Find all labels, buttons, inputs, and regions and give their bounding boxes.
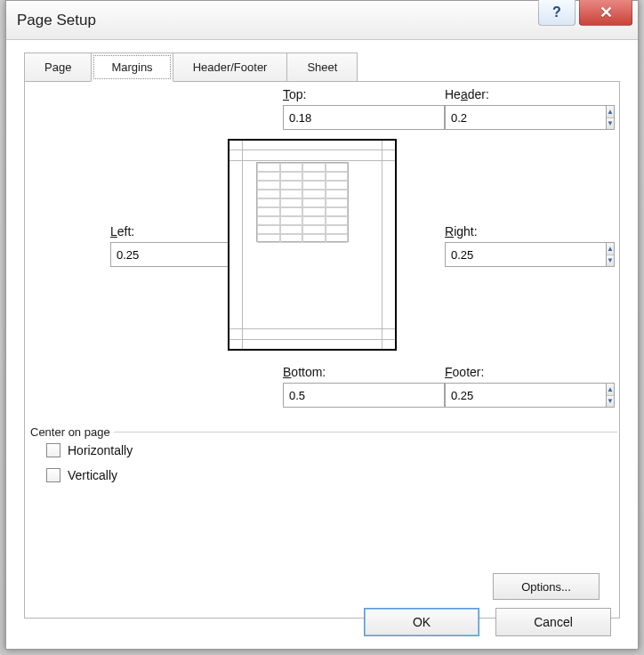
preview-bottom-margin-line xyxy=(229,328,395,329)
input-header[interactable] xyxy=(445,105,606,130)
field-left: Left: ▲ ▼ xyxy=(110,224,235,267)
preview-right-margin-line xyxy=(382,141,382,349)
label-left: Left: xyxy=(110,224,235,239)
preview-header-line xyxy=(229,150,395,150)
label-bottom: Bottom: xyxy=(283,365,407,379)
preview-footer-line xyxy=(229,339,395,340)
close-button[interactable]: ✕ xyxy=(579,0,632,26)
spin-down-footer[interactable]: ▼ xyxy=(607,396,614,408)
options-button[interactable]: Options... xyxy=(493,573,600,600)
tab-header-footer[interactable]: Header/Footer xyxy=(173,53,288,82)
label-top: Top: xyxy=(283,87,407,101)
field-bottom: Bottom: ▲ ▼ xyxy=(283,365,407,408)
legend-divider xyxy=(27,432,617,433)
label-right: Right: xyxy=(445,224,569,239)
spin-down-right[interactable]: ▼ xyxy=(607,255,614,267)
preview-left-margin-line xyxy=(242,141,243,349)
spin-up-header[interactable]: ▲ xyxy=(607,106,614,118)
center-legend: Center on page xyxy=(27,425,114,439)
spin-down-header[interactable]: ▼ xyxy=(607,118,614,130)
ok-button[interactable]: OK xyxy=(364,608,479,636)
spin-buttons-header: ▲ ▼ xyxy=(606,105,615,130)
checkbox-vertically[interactable] xyxy=(46,468,60,482)
dialog-buttons: OK Cancel xyxy=(364,608,611,636)
checkbox-horizontally[interactable] xyxy=(46,443,60,457)
spin-buttons-right: ▲ ▼ xyxy=(606,242,615,267)
input-footer[interactable] xyxy=(445,383,606,408)
label-footer: Footer: xyxy=(445,365,569,379)
spin-up-footer[interactable]: ▲ xyxy=(607,384,614,396)
spinner-footer: ▲ ▼ xyxy=(445,383,525,408)
input-bottom[interactable] xyxy=(283,383,444,408)
cancel-button[interactable]: Cancel xyxy=(495,608,611,636)
spinner-left: ▲ ▼ xyxy=(110,242,190,267)
tab-strip: Page Margins Header/Footer Sheet xyxy=(6,40,638,82)
checkbox-horizontally-row[interactable]: Horizontally xyxy=(46,443,617,457)
center-on-page-group: Center on page Horizontally Vertically xyxy=(27,425,617,482)
field-right: Right: ▲ ▼ xyxy=(445,224,569,267)
margins-panel: Top: ▲ ▼ Header: ▲ ▼ Left: xyxy=(24,81,620,619)
spinner-bottom: ▲ ▼ xyxy=(283,383,363,408)
spin-buttons-footer: ▲ ▼ xyxy=(606,383,615,408)
spinner-header: ▲ ▼ xyxy=(445,105,525,130)
spinner-right: ▲ ▼ xyxy=(445,242,525,267)
window-title: Page Setup xyxy=(17,12,96,29)
tab-sheet[interactable]: Sheet xyxy=(286,53,358,82)
field-header: Header: ▲ ▼ xyxy=(445,87,569,130)
titlebar: Page Setup ? ✕ xyxy=(6,1,638,40)
field-footer: Footer: ▲ ▼ xyxy=(445,365,569,408)
input-top[interactable] xyxy=(283,105,444,130)
preview-top-margin-line xyxy=(229,160,395,161)
spinner-top: ▲ ▼ xyxy=(283,105,363,130)
checkbox-vertically-row[interactable]: Vertically xyxy=(46,468,617,482)
help-button[interactable]: ? xyxy=(538,0,576,26)
preview-content-grid xyxy=(256,162,349,242)
close-icon: ✕ xyxy=(600,3,613,22)
tab-margins[interactable]: Margins xyxy=(91,53,173,82)
tab-page[interactable]: Page xyxy=(24,53,92,82)
label-header: Header: xyxy=(445,87,569,101)
checkbox-horizontally-label: Horizontally xyxy=(68,443,133,457)
page-setup-dialog: Page Setup ? ✕ Page Margins Header/Foote… xyxy=(5,0,639,650)
checkbox-vertically-label: Vertically xyxy=(68,468,117,482)
spin-up-right[interactable]: ▲ xyxy=(607,243,614,255)
help-icon: ? xyxy=(552,4,561,20)
page-preview xyxy=(228,139,397,351)
input-right[interactable] xyxy=(445,242,606,267)
field-top: Top: ▲ ▼ xyxy=(283,87,407,130)
